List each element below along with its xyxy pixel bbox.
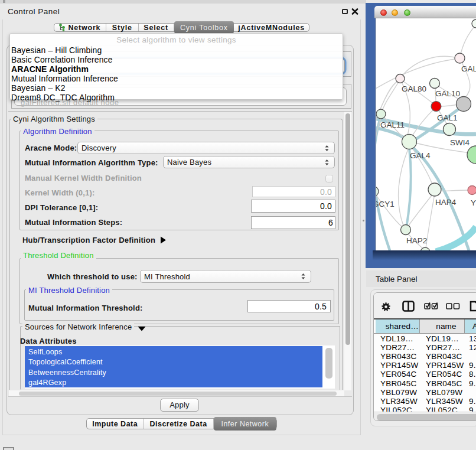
svg-text:YJL: YJL [471,198,476,207]
svg-text:GCY1: GCY1 [376,200,395,208]
svg-text:GAL80: GAL80 [402,84,426,93]
svg-text:GAL11: GAL11 [380,120,405,129]
svg-text:SWI4: SWI4 [450,138,470,147]
svg-text:HAP4: HAP4 [435,198,457,207]
svg-text:GAL10: GAL10 [435,89,460,98]
svg-text:GAL2: GAL2 [461,64,476,73]
svg-text:GAL4: GAL4 [410,151,431,160]
svg-text:HAP2: HAP2 [406,236,427,245]
svg-text:GAL1: GAL1 [437,113,458,122]
